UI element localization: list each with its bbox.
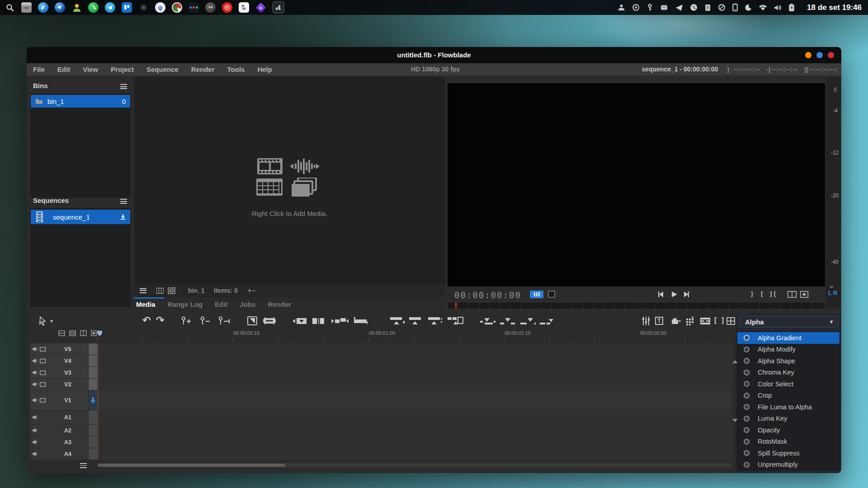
remove-marker-icon[interactable]: [199, 316, 211, 325]
telegram-tray-icon[interactable]: [675, 4, 683, 11]
scroll-up-icon[interactable]: [732, 360, 738, 363]
prev-frame-button[interactable]: [657, 291, 665, 298]
undo-button[interactable]: ↶: [142, 314, 151, 326]
track-lane-v4[interactable]: [97, 355, 732, 366]
track-active-cell-a3[interactable]: [89, 436, 97, 448]
replace-edit-icon[interactable]: [447, 316, 463, 325]
menu-file[interactable]: File: [33, 66, 45, 73]
timeline-ruler[interactable]: 00:00:00:15 00:00:01:00 00:00:01:15 00:0…: [97, 330, 732, 342]
mark-in-button[interactable]: [: [760, 291, 764, 298]
wifi-tray-icon[interactable]: [759, 4, 767, 11]
blank-clip-icon[interactable]: [540, 317, 555, 325]
range-overwrite-icon[interactable]: [700, 317, 711, 325]
menu-view[interactable]: View: [83, 66, 98, 73]
load-sequence-icon[interactable]: [120, 214, 126, 220]
trello-icon[interactable]: [122, 2, 132, 13]
telegram-icon[interactable]: [105, 2, 115, 13]
window-layout-icon[interactable]: [726, 317, 735, 325]
track-active-cell-v5[interactable]: [89, 343, 97, 355]
minimize-button[interactable]: [805, 52, 811, 58]
tab-render[interactable]: Render: [268, 300, 291, 308]
add-marker-icon[interactable]: [180, 316, 192, 325]
media-menu-icon[interactable]: [140, 288, 146, 293]
append-from-monitor-icon[interactable]: [389, 316, 405, 325]
filter-item[interactable]: Opacity: [737, 424, 840, 436]
sequences-menu-icon[interactable]: [120, 199, 127, 204]
menu-render[interactable]: Render: [191, 66, 215, 73]
titlebar[interactable]: untitled.flb - Flowblade: [27, 47, 841, 63]
compositing-icon[interactable]: [670, 317, 681, 325]
filter-item[interactable]: Alpha Modify: [737, 344, 840, 356]
add-remove-media-buttons[interactable]: +–: [248, 287, 256, 294]
track-lane-a3[interactable]: [97, 436, 732, 448]
track-active-cell-a2[interactable]: [89, 425, 97, 436]
double-tracks-icon[interactable]: [80, 330, 87, 336]
storage-tray-icon[interactable]: [632, 4, 640, 11]
tab-media[interactable]: Media: [136, 300, 156, 308]
sequence-row[interactable]: sequence_1: [31, 210, 130, 224]
mute-video-icon[interactable]: [40, 398, 46, 403]
mute-audio-icon[interactable]: [33, 440, 38, 445]
thunderbird-icon[interactable]: [55, 2, 65, 13]
whatsapp-icon[interactable]: [88, 2, 99, 13]
filter-item[interactable]: RotoMask: [737, 436, 840, 448]
scroll-down-icon[interactable]: [732, 419, 738, 422]
mute-audio-icon[interactable]: [33, 451, 38, 456]
track-lane-v2[interactable]: [97, 379, 732, 390]
gimp-icon[interactable]: [205, 2, 216, 13]
filter-item[interactable]: Spill Suppress: [737, 447, 840, 459]
tab-edit[interactable]: Edit: [215, 300, 227, 308]
two-pane-view-icon[interactable]: [788, 291, 797, 298]
mark-out-button[interactable]: ]: [750, 291, 754, 298]
filter-item[interactable]: Luma Key: [737, 413, 840, 425]
track-head-v2[interactable]: V2: [30, 379, 88, 390]
clip-view-toggle[interactable]: [548, 291, 555, 298]
mute-audio-icon[interactable]: [33, 428, 38, 433]
timeline-scrollbar[interactable]: [97, 463, 732, 467]
track-active-cell-v4[interactable]: [89, 355, 97, 366]
track-active-cell-v2[interactable]: [89, 379, 97, 390]
mute-video-icon[interactable]: [40, 359, 46, 363]
track-head-a4[interactable]: A4: [30, 448, 88, 460]
trim-edit-icon[interactable]: [352, 316, 368, 325]
filters-grid-icon[interactable]: [686, 316, 694, 325]
flag-writer-app-icon[interactable]: [239, 2, 249, 13]
media-browser[interactable]: Right Click to Add Media.: [134, 77, 445, 284]
mute-audio-icon[interactable]: [33, 347, 38, 352]
track-lane-v5[interactable]: [97, 343, 732, 355]
archive-manager-icon[interactable]: [21, 2, 32, 13]
filter-item[interactable]: Color Select: [737, 378, 840, 390]
mute-audio-icon[interactable]: [33, 382, 38, 387]
status-circle-tray-icon[interactable]: [718, 4, 726, 11]
youtube-music-icon[interactable]: [222, 2, 232, 13]
track-head-a3[interactable]: A3: [30, 436, 88, 448]
track-lane-a4[interactable]: [97, 448, 732, 460]
badge-app-icon[interactable]: ψ: [155, 2, 165, 13]
insert-clip-icon[interactable]: [500, 317, 515, 325]
mute-video-icon[interactable]: [40, 382, 46, 387]
search-icon[interactable]: [5, 2, 15, 13]
timeline-menu-icon[interactable]: [80, 463, 87, 468]
fullscreen-icon[interactable]: [ ]: [714, 316, 725, 324]
clear-marks-button[interactable]: ][: [769, 291, 777, 298]
track-head-v4[interactable]: V4: [30, 355, 88, 366]
filter-group-dropdown[interactable]: Alpha ▾: [739, 316, 839, 328]
whatsapp-tray-icon[interactable]: [690, 4, 698, 11]
night-light-tray-icon[interactable]: [745, 4, 752, 11]
lift-icon[interactable]: [311, 317, 325, 325]
usage-pie-app-icon[interactable]: [172, 2, 182, 13]
track-lane-a1[interactable]: [97, 410, 732, 424]
track-active-cell-v3[interactable]: [89, 367, 97, 378]
titler-icon[interactable]: T: [655, 317, 663, 325]
overwrite-range-icon[interactable]: [480, 317, 495, 325]
filter-item[interactable]: Alpha Shape: [737, 355, 840, 367]
sequences-list[interactable]: sequence_1: [30, 208, 131, 307]
web-browser-icon[interactable]: [38, 2, 48, 13]
track-active-cell-a1[interactable]: [89, 410, 97, 424]
grid-view-icon[interactable]: [168, 287, 175, 294]
track-lane-a2[interactable]: [97, 425, 732, 436]
play-button[interactable]: [671, 291, 678, 298]
mail-tray-icon[interactable]: [660, 4, 668, 11]
maximize-button[interactable]: [816, 52, 823, 58]
timeline-scrollbar-thumb[interactable]: [98, 464, 285, 467]
